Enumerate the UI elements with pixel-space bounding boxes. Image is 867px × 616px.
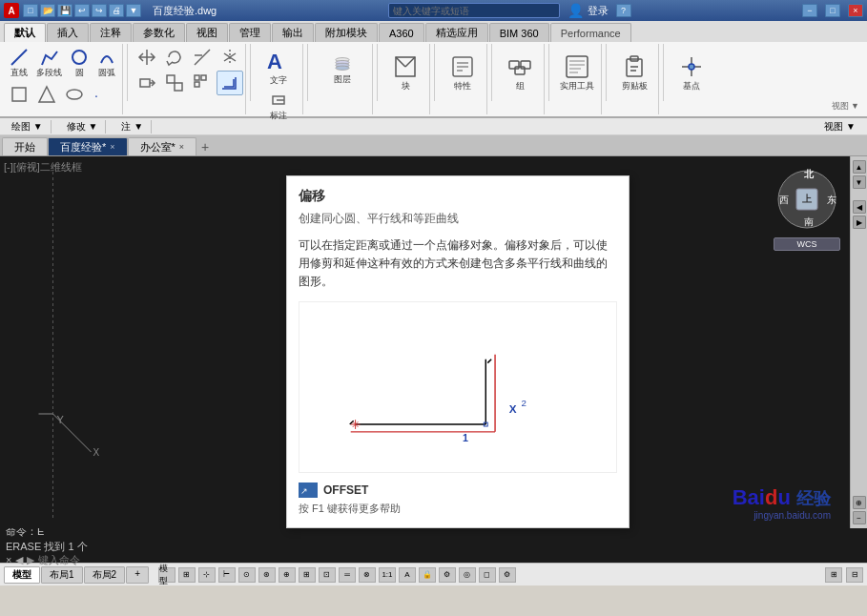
- snap-icon[interactable]: ⊹: [198, 567, 216, 583]
- trim-tool[interactable]: [189, 46, 216, 69]
- rotate-tool[interactable]: [161, 46, 188, 69]
- scale-icon[interactable]: 1:1: [379, 567, 396, 583]
- ucs-icon[interactable]: ⊞: [299, 567, 316, 583]
- maximize-button[interactable]: □: [825, 4, 840, 17]
- stretch-tool[interactable]: [134, 72, 160, 94]
- print-button[interactable]: 🖨: [109, 4, 124, 17]
- panel-btn-4[interactable]: ▶: [853, 216, 866, 229]
- tab-a360[interactable]: A360: [379, 23, 424, 42]
- tab-annotate[interactable]: 注释: [90, 23, 132, 42]
- osnap-icon[interactable]: ⊛: [258, 567, 276, 583]
- tab-addon[interactable]: 附加模块: [315, 23, 378, 42]
- tab-performance[interactable]: Performance: [550, 23, 631, 42]
- tab-parametric[interactable]: 参数化: [133, 23, 185, 42]
- login-label[interactable]: 登录: [588, 4, 609, 18]
- array-tool[interactable]: [189, 72, 216, 94]
- drawing-area[interactable]: [-][俯视]二维线框 Y X 北 南 东 西 上 WC: [0, 156, 850, 528]
- draw-extra1[interactable]: [6, 83, 32, 106]
- panel-btn-6[interactable]: −: [853, 511, 866, 524]
- info-button[interactable]: ?: [616, 4, 631, 17]
- polyline-tool[interactable]: 多段线: [33, 46, 65, 81]
- svg-line-6: [195, 50, 210, 65]
- tab-featured[interactable]: 精选应用: [425, 23, 488, 42]
- layout1-tab[interactable]: 布局1: [41, 566, 83, 584]
- panel-btn-2[interactable]: ▼: [853, 175, 866, 189]
- add-layout-button[interactable]: +: [126, 566, 149, 584]
- wcs-label: WCS: [774, 237, 840, 251]
- draw-extra3[interactable]: [61, 83, 88, 106]
- workspace-icon[interactable]: ⚙: [499, 567, 516, 583]
- lw-icon[interactable]: ═: [339, 567, 356, 583]
- isolate-icon[interactable]: ◎: [459, 567, 476, 583]
- close-icon[interactable]: ×: [6, 554, 11, 565]
- hardware-icon[interactable]: ⚙: [439, 567, 456, 583]
- add-doc-button[interactable]: +: [196, 138, 214, 155]
- tab-view[interactable]: 视图: [186, 23, 228, 42]
- dyn-icon[interactable]: ⊡: [319, 567, 336, 583]
- doc-tab-baidu[interactable]: 百度经验* ×: [48, 137, 128, 155]
- tab-bim360[interactable]: BIM 360: [489, 23, 549, 42]
- scale-tool[interactable]: [161, 72, 188, 94]
- close-doc-baidu[interactable]: ×: [110, 142, 114, 152]
- doc-tab-office[interactable]: 办公室* ×: [128, 137, 197, 155]
- statusbar-extra1[interactable]: ⊞: [825, 567, 842, 583]
- svg-line-48: [53, 414, 92, 452]
- undo-button[interactable]: ↩: [74, 4, 90, 17]
- sep1: [127, 44, 128, 101]
- polar-icon[interactable]: ⊙: [238, 567, 256, 583]
- extra-button[interactable]: ▼: [126, 4, 141, 17]
- basepoint-tool[interactable]: 基点: [671, 46, 712, 99]
- subbar-view[interactable]: 视图 ▼: [816, 120, 863, 133]
- draw-extra4[interactable]: ·: [89, 83, 115, 106]
- offset-tool[interactable]: [217, 71, 243, 95]
- minimize-button[interactable]: −: [802, 4, 817, 17]
- layout2-tab[interactable]: 布局2: [84, 566, 126, 584]
- otrack-icon[interactable]: ⊕: [279, 567, 296, 583]
- nav-cube[interactable]: 北 南 东 西 上 WCS: [774, 166, 840, 242]
- layer-tool[interactable]: 图层: [316, 46, 368, 93]
- statusbar-extra2[interactable]: ⊟: [846, 567, 863, 583]
- lock-icon[interactable]: 🔒: [419, 567, 436, 583]
- anno-icon[interactable]: A: [399, 567, 416, 583]
- svg-point-1: [72, 51, 86, 64]
- subbar-modify[interactable]: 修改 ▼: [59, 120, 107, 133]
- draw-extra2[interactable]: [33, 83, 60, 106]
- mirror-tool[interactable]: [217, 46, 243, 69]
- clipboard-tool[interactable]: 剪贴板: [614, 46, 654, 99]
- panel-btn-5[interactable]: ⊕: [853, 496, 866, 509]
- subbar-draw[interactable]: 绘图 ▼: [4, 120, 52, 133]
- groups-tool[interactable]: 组: [500, 46, 540, 99]
- open-button[interactable]: 📂: [40, 4, 55, 17]
- new-button[interactable]: □: [23, 4, 38, 17]
- save-button[interactable]: 💾: [57, 4, 72, 17]
- search-input[interactable]: [388, 3, 560, 18]
- redo-button[interactable]: ↪: [92, 4, 107, 17]
- panel-btn-1[interactable]: ▲: [853, 160, 866, 174]
- line-tool[interactable]: 直线: [6, 46, 32, 81]
- tab-output[interactable]: 输出: [272, 23, 314, 42]
- panel-btn-3[interactable]: ◀: [853, 200, 866, 214]
- block-tool[interactable]: 块: [385, 46, 425, 99]
- grid-icon[interactable]: ⊞: [178, 567, 196, 583]
- expand-icon[interactable]: ◀: [15, 554, 23, 566]
- label-tool[interactable]: 标注: [265, 89, 292, 124]
- clipboard-label: 剪贴板: [622, 80, 648, 92]
- properties-tool[interactable]: 特性: [443, 46, 483, 99]
- tab-default[interactable]: 默认: [4, 23, 46, 42]
- tab-insert[interactable]: 插入: [47, 23, 89, 42]
- ortho-icon[interactable]: ⊢: [218, 567, 236, 583]
- tab-manage[interactable]: 管理: [229, 23, 271, 42]
- close-doc-office[interactable]: ×: [179, 142, 184, 152]
- subbar-annotate[interactable]: 注 ▼: [114, 120, 152, 133]
- doc-tab-start[interactable]: 开始: [2, 137, 48, 155]
- circle-tool[interactable]: 圆: [66, 46, 93, 81]
- text-tool[interactable]: A 文字: [258, 46, 299, 89]
- utilities-tool[interactable]: 实用工具: [557, 46, 597, 99]
- trans-icon[interactable]: ⊗: [359, 567, 376, 583]
- model-tab[interactable]: 模型: [4, 566, 40, 584]
- status-model-icon[interactable]: 模型: [158, 567, 175, 583]
- move-tool[interactable]: [134, 46, 160, 69]
- close-button[interactable]: ×: [848, 4, 863, 17]
- arc-tool[interactable]: 圆弧: [93, 46, 120, 81]
- nav-icon[interactable]: ◻: [479, 567, 496, 583]
